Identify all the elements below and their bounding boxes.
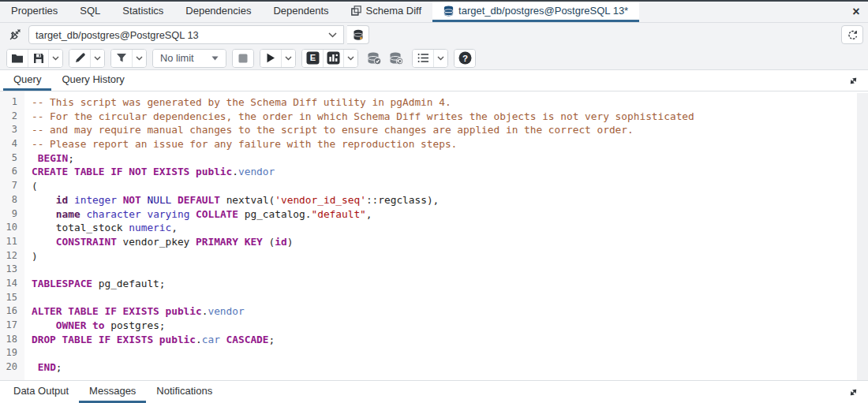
code-line[interactable]	[24, 346, 868, 360]
filter-icon[interactable]	[111, 50, 132, 67]
code-line[interactable]: OWNER to postgres;	[24, 319, 868, 333]
code-token: ::regclass),	[366, 194, 439, 206]
code-token: name	[56, 208, 80, 220]
code-token: 'vendor_id_seq'	[275, 194, 366, 206]
tab-properties[interactable]: Properties	[0, 2, 69, 22]
execute-options-chevron-icon[interactable]	[281, 50, 295, 67]
help-icon[interactable]: ?	[455, 50, 475, 67]
code-token: ,	[171, 222, 178, 233]
caret-down-icon	[211, 56, 219, 61]
tab-dependencies[interactable]: Dependencies	[174, 2, 262, 22]
connection-selector[interactable]: target_db/postgres@PostgreSQL 13	[28, 25, 344, 44]
explain-icon[interactable]: E	[302, 50, 323, 67]
stop-icon[interactable]	[233, 50, 253, 67]
row-limit-select[interactable]: No limit	[153, 50, 226, 67]
line-number: 11	[0, 235, 24, 249]
code-line[interactable]: BEGIN;	[24, 151, 868, 166]
code-token: character	[86, 208, 140, 220]
edit-pencil-icon[interactable]	[69, 50, 90, 67]
expand-results-icon[interactable]	[841, 381, 865, 403]
reset-layout-icon[interactable]	[841, 25, 863, 44]
code-token	[220, 334, 226, 345]
expand-editor-icon[interactable]	[841, 70, 865, 91]
code-token	[117, 194, 123, 206]
macros-list-icon[interactable]	[413, 50, 433, 67]
code-token	[32, 319, 56, 331]
code-line[interactable]	[24, 263, 868, 277]
code-token: TABLESPACE	[32, 278, 92, 289]
save-file-icon[interactable]	[28, 50, 48, 67]
tab-notifications[interactable]: Notifications	[146, 381, 223, 403]
tab-label: Statistics	[122, 5, 163, 17]
explain-options-chevron-icon[interactable]	[343, 50, 357, 67]
new-connection-icon[interactable]	[347, 25, 369, 44]
tab-messages[interactable]: Messages	[79, 381, 146, 403]
code-line[interactable]: )	[24, 249, 868, 263]
tab-query-history[interactable]: Query History	[51, 70, 134, 91]
code-line[interactable]	[24, 291, 868, 305]
macros-chevron-icon[interactable]	[433, 50, 447, 67]
code-token: to	[92, 319, 104, 331]
tab-schema-diff[interactable]: Schema Diff	[340, 2, 433, 22]
code-line[interactable]: total_stock numeric,	[24, 221, 868, 235]
tab-label: Properties	[11, 5, 58, 17]
tab-sql[interactable]: SQL	[69, 2, 111, 22]
tab-target-db-postgres-postgresql-13[interactable]: target_db/postgres@PostgreSQL 13*	[432, 2, 639, 22]
code-line[interactable]: CREATE TABLE IF NOT EXISTS public.vendor	[24, 165, 868, 179]
code-token: .	[196, 334, 202, 345]
save-options-chevron-icon[interactable]	[48, 50, 62, 67]
code-token: (	[32, 180, 38, 192]
execute-play-icon[interactable]	[260, 50, 281, 67]
line-number: 10	[0, 221, 24, 235]
line-number: 3	[0, 123, 24, 137]
code-token: car	[202, 334, 220, 345]
tab-statistics[interactable]: Statistics	[111, 2, 174, 22]
tab-query[interactable]: Query	[3, 70, 51, 91]
code-token: .	[232, 166, 238, 177]
code-token: ;	[68, 152, 74, 164]
connection-status-icon[interactable]	[5, 25, 25, 44]
code-token: NULL	[147, 194, 171, 206]
sql-editor[interactable]: 1234567891011121314151617181920 -- This …	[0, 91, 868, 380]
close-icon[interactable]: ×	[844, 2, 868, 22]
open-file-icon[interactable]	[7, 50, 28, 67]
commit-icon[interactable]	[364, 49, 384, 68]
code-token: numeric	[129, 222, 171, 233]
tab-label: Notifications	[156, 385, 212, 397]
editor-scrollbar[interactable]	[857, 93, 868, 380]
results-tabbar: Data OutputMessagesNotifications	[0, 380, 868, 403]
code-area[interactable]: -- This script was generated by the Sche…	[24, 91, 868, 380]
explain-analyze-icon[interactable]	[323, 50, 343, 67]
code-line[interactable]: id integer NOT NULL DEFAULT nextval('ven…	[24, 193, 868, 207]
line-number: 4	[0, 137, 24, 151]
code-token: ;	[269, 334, 275, 345]
line-number: 1	[0, 95, 24, 110]
tab-dependents[interactable]: Dependents	[262, 2, 339, 22]
line-number: 9	[0, 207, 24, 222]
code-token	[32, 152, 38, 164]
code-line[interactable]: CONSTRAINT vendor_pkey PRIMARY KEY (id)	[24, 235, 868, 249]
code-token: vendor	[238, 166, 275, 177]
code-token: vendor	[208, 305, 244, 317]
filter-options-chevron-icon[interactable]	[132, 50, 146, 67]
code-line[interactable]: -- For the circular dependencies, the or…	[24, 110, 868, 124]
line-number: 13	[0, 263, 24, 277]
code-token: postgres;	[105, 319, 166, 331]
code-line[interactable]: -- Please report an issue for any failur…	[24, 137, 868, 151]
code-line[interactable]: -- This script was generated by the Sche…	[24, 95, 868, 110]
code-token: NOT	[123, 194, 141, 206]
edit-options-chevron-icon[interactable]	[90, 50, 104, 67]
code-line[interactable]: DROP TABLE IF EXISTS public.car CASCADE;	[24, 333, 868, 347]
code-token: ;	[56, 361, 62, 373]
code-token: total_stock	[32, 222, 129, 233]
tab-data-output[interactable]: Data Output	[3, 381, 79, 403]
code-token	[32, 208, 56, 220]
code-line[interactable]: name character varying COLLATE pg_catalo…	[24, 207, 868, 222]
code-line[interactable]: TABLESPACE pg_default;	[24, 277, 868, 291]
code-line[interactable]: ALTER TABLE IF EXISTS public.vendor	[24, 304, 868, 319]
schema-diff-icon	[351, 6, 361, 16]
code-line[interactable]: END;	[24, 360, 868, 375]
code-line[interactable]: (	[24, 179, 868, 193]
code-line[interactable]: -- and may require manual changes to the…	[24, 123, 868, 137]
rollback-icon[interactable]	[386, 49, 406, 68]
